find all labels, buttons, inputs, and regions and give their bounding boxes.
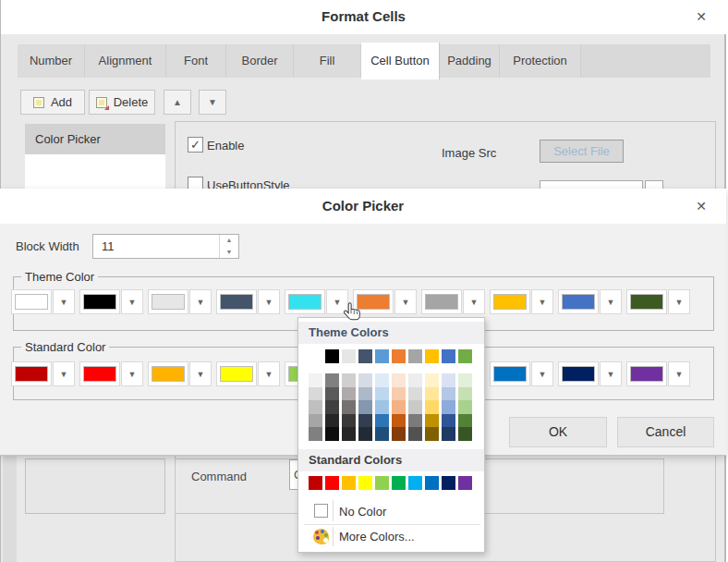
variant-swatch-c7-r4[interactable] [408, 414, 422, 428]
dropdown-standard-color-2[interactable] [325, 476, 339, 490]
variant-swatch-c7-r2[interactable] [408, 387, 422, 401]
variant-swatch-c9-r2[interactable] [442, 387, 455, 401]
variant-swatch-c2-r2[interactable] [325, 387, 339, 401]
variant-swatch-c1-r1[interactable] [309, 373, 322, 387]
enable-checkbox[interactable]: ✓ [188, 137, 203, 153]
delete-button[interactable]: Delete [89, 90, 155, 115]
variant-swatch-c1-r5[interactable] [309, 427, 322, 441]
variant-swatch-c9-r3[interactable] [442, 400, 455, 414]
dropdown-theme-color-1[interactable] [309, 349, 322, 363]
dropdown-arrow-icon[interactable]: ▼ [121, 361, 143, 386]
variant-swatch-c9-r5[interactable] [442, 427, 455, 441]
theme-color-combo-7[interactable]: ▼ [421, 289, 485, 314]
theme-color-combo-2[interactable]: ▼ [79, 289, 143, 314]
dropdown-standard-color-8[interactable] [425, 476, 439, 490]
variant-swatch-c3-r4[interactable] [342, 414, 356, 428]
theme-color-combo-9[interactable]: ▼ [558, 289, 622, 314]
more-colors-item[interactable] [313, 529, 329, 544]
standard-color-combo-1[interactable]: ▼ [11, 361, 75, 386]
variant-swatch-c8-r4[interactable] [425, 414, 439, 428]
dropdown-arrow-icon[interactable]: ▼ [600, 289, 622, 314]
variant-swatch-c5-r5[interactable] [375, 427, 389, 441]
variant-swatch-c2-r3[interactable] [325, 400, 339, 414]
dropdown-arrow-icon[interactable]: ▼ [668, 361, 690, 386]
dropdown-standard-color-7[interactable] [408, 476, 422, 490]
dropdown-arrow-icon[interactable]: ▼ [463, 289, 485, 314]
add-button[interactable]: Add [20, 90, 85, 115]
variant-swatch-c9-r4[interactable] [442, 414, 455, 428]
standard-color-swatch-8[interactable] [490, 361, 530, 386]
dropdown-standard-color-10[interactable] [458, 476, 472, 490]
variant-swatch-c10-r2[interactable] [458, 387, 472, 401]
dropdown-theme-color-10[interactable] [458, 349, 472, 363]
variant-swatch-c8-r3[interactable] [425, 400, 439, 414]
variant-swatch-c6-r2[interactable] [392, 387, 406, 401]
dropdown-arrow-icon[interactable]: ▼ [531, 361, 553, 386]
standard-color-swatch-3[interactable] [148, 361, 188, 386]
variant-swatch-c7-r5[interactable] [408, 427, 422, 441]
no-color-item[interactable] [314, 504, 328, 518]
theme-color-swatch-10[interactable] [626, 289, 667, 314]
standard-color-combo-2[interactable]: ▼ [79, 361, 143, 386]
variant-swatch-c7-r1[interactable] [408, 373, 422, 387]
dropdown-arrow-icon[interactable]: ▼ [53, 361, 75, 386]
close-icon[interactable]: ✕ [693, 8, 710, 25]
variant-swatch-c5-r2[interactable] [375, 387, 389, 401]
more-colors-label[interactable]: More Colors... [339, 530, 415, 544]
tab-cell-button[interactable]: Cell Button [361, 43, 440, 79]
standard-color-swatch-4[interactable] [216, 361, 257, 386]
variant-swatch-c8-r1[interactable] [425, 373, 439, 387]
variant-swatch-c7-r3[interactable] [408, 400, 422, 414]
tab-fill[interactable]: Fill [294, 44, 361, 78]
dropdown-arrow-icon[interactable]: ▼ [189, 361, 212, 386]
dropdown-standard-color-5[interactable] [375, 476, 389, 490]
theme-color-swatch-5[interactable] [285, 289, 325, 314]
ok-button[interactable]: OK [509, 417, 607, 447]
variant-swatch-c10-r1[interactable] [458, 373, 472, 387]
standard-color-combo-4[interactable]: ▼ [216, 361, 280, 386]
dropdown-standard-color-6[interactable] [392, 476, 406, 490]
standard-color-combo-9[interactable]: ▼ [558, 361, 622, 386]
tab-number[interactable]: Number [18, 44, 85, 78]
variant-swatch-c3-r2[interactable] [342, 387, 356, 401]
standard-color-combo-3[interactable]: ▼ [148, 361, 212, 386]
move-down-button[interactable]: ▼ [199, 90, 226, 115]
dropdown-theme-color-9[interactable] [442, 349, 455, 363]
variant-swatch-c3-r5[interactable] [342, 427, 356, 441]
theme-color-swatch-8[interactable] [490, 289, 530, 314]
standard-color-swatch-1[interactable] [11, 361, 52, 386]
theme-color-swatch-4[interactable] [216, 289, 257, 314]
spinner-down-icon[interactable]: ▼ [220, 247, 238, 259]
variant-swatch-c1-r3[interactable] [309, 400, 322, 414]
theme-color-swatch-7[interactable] [421, 289, 462, 314]
variant-swatch-c6-r3[interactable] [392, 400, 406, 414]
variant-swatch-c4-r3[interactable] [358, 400, 372, 414]
list-item-color-picker[interactable]: Color Picker [25, 124, 165, 154]
move-up-button[interactable]: ▲ [164, 90, 191, 115]
variant-swatch-c1-r2[interactable] [309, 387, 322, 401]
theme-color-combo-1[interactable]: ▼ [11, 289, 75, 314]
dropdown-theme-color-4[interactable] [358, 349, 372, 363]
dropdown-theme-color-5[interactable] [375, 349, 389, 363]
variant-swatch-c5-r4[interactable] [375, 414, 389, 428]
theme-color-combo-3[interactable]: ▼ [148, 289, 212, 314]
variant-swatch-c6-r5[interactable] [392, 427, 406, 441]
variant-swatch-c10-r5[interactable] [458, 427, 472, 441]
variant-swatch-c10-r4[interactable] [458, 414, 472, 428]
spinner-up-icon[interactable]: ▲ [220, 235, 238, 247]
variant-swatch-c6-r1[interactable] [392, 373, 406, 387]
dropdown-arrow-icon[interactable]: ▼ [668, 289, 690, 314]
variant-swatch-c2-r5[interactable] [325, 427, 339, 441]
dropdown-arrow-icon[interactable]: ▼ [258, 361, 280, 386]
dropdown-theme-color-7[interactable] [408, 349, 422, 363]
variant-swatch-c3-r1[interactable] [342, 373, 356, 387]
standard-color-swatch-9[interactable] [558, 361, 599, 386]
dropdown-arrow-icon[interactable]: ▼ [121, 289, 143, 314]
variant-swatch-c3-r3[interactable] [342, 400, 356, 414]
dropdown-standard-color-1[interactable] [309, 476, 322, 490]
variant-swatch-c10-r3[interactable] [458, 400, 472, 414]
theme-color-swatch-3[interactable] [148, 289, 188, 314]
theme-color-combo-10[interactable]: ▼ [626, 289, 690, 314]
dropdown-arrow-icon[interactable]: ▼ [600, 361, 622, 386]
tab-font[interactable]: Font [166, 44, 226, 78]
